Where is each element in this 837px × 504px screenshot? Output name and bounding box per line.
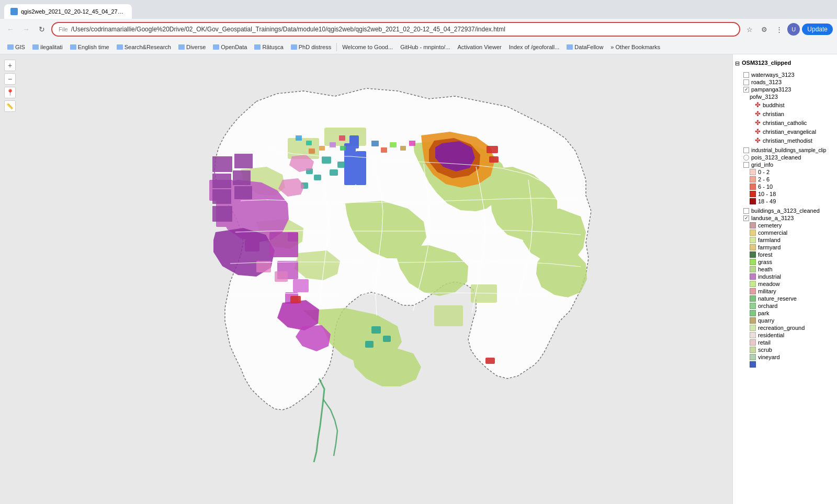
svg-rect-24 [349,135,359,148]
bookmark-english-time[interactable]: English time [67,43,112,51]
svg-rect-46 [339,135,345,141]
christian-methodist-icon: ✤ [755,136,761,144]
svg-rect-14 [233,170,251,185]
map-area[interactable]: + − 📍 📏 [0,54,732,504]
christian-evangelical-icon: ✤ [755,128,761,135]
bookmark-welcome[interactable]: Welcome to Good... [339,43,396,51]
legend-item-commercial: commercial [735,229,835,236]
roads-checkbox[interactable] [743,79,749,85]
retail-swatch [750,339,756,346]
grid-label: grid_info [751,162,773,168]
active-tab[interactable]: qgis2web_2021_02_20-12_45_04_272937 [4,4,132,19]
update-button[interactable]: Update [802,24,833,35]
forest-label: forest [758,251,773,258]
bookmark-activation[interactable]: Activation Viewer [455,43,505,51]
svg-rect-22 [344,143,356,185]
waterways-label: waterways_3123 [751,72,795,78]
bookmark-github[interactable]: GitHub - mnpinto/... [397,43,453,51]
bookmark-diverse[interactable]: Diverse [175,43,209,51]
svg-rect-39 [275,271,288,282]
reload-button[interactable]: ↻ [36,23,48,36]
bookmark-ratusca[interactable]: Rătușca [251,43,286,51]
back-button[interactable]: ← [4,23,17,36]
legend-item-military: military [735,288,835,295]
grid-18-49-swatch [750,198,756,204]
bookmark-other[interactable]: » Other Bookmarks [607,43,663,51]
pois-checkbox[interactable] [743,155,749,161]
address-file-label: File [59,26,68,32]
bookmark-activation-label: Activation Viewer [458,44,502,50]
legend-item-farmyard: farmyard [735,244,835,251]
legend-item-recreation: recreation_ground [735,324,835,331]
svg-rect-42 [309,148,315,154]
user-avatar[interactable]: U [787,23,800,36]
extensions-icon[interactable]: ⚙ [758,23,771,36]
landuse-checkbox[interactable] [743,215,749,221]
grass-label: grass [758,259,772,265]
legend-header: ⊟ OSM3123_clipped [735,56,835,71]
address-bar[interactable]: File /Users/codrinamariallie/Google%20Dr… [51,22,740,37]
legend-item-christian: ✤ christian [735,109,835,118]
browser-window: qgis2web_2021_02_20-12_45_04_272937 ← → … [0,0,837,54]
legend-item-christian-methodist: ✤ christian_methodist [735,136,835,145]
legend-item-pofw: pofw_3123 [735,93,835,100]
bookmark-phd-label: PhD distress [299,44,331,50]
legend-item-christian-catholic: ✤ christian_catholic [735,118,835,127]
svg-rect-33 [365,341,374,348]
military-label: military [758,288,776,294]
grass-swatch [750,259,756,265]
bookmark-star-icon[interactable]: ☆ [743,23,756,36]
tab-title: qgis2web_2021_02_20-12_45_04_272937 [21,8,126,15]
industrial-buildings-checkbox[interactable] [743,147,749,153]
grid-checkbox[interactable] [743,162,749,168]
forward-button[interactable]: → [20,23,32,36]
svg-rect-15 [212,189,231,204]
svg-rect-44 [330,142,336,147]
svg-rect-26 [337,162,345,168]
landuse-label: landuse_a_3123 [751,215,794,221]
christian-evangelical-label: christian_evangelical [763,129,816,135]
bookmark-ratusca-label: Rătușca [262,44,283,50]
bookmark-folder-icon [32,44,39,50]
bookmark-opendata[interactable]: OpenData [210,43,250,51]
grid-0-2-swatch [750,169,756,175]
svg-rect-34 [487,146,498,153]
legend-item-nature-reserve: nature_reserve [735,295,835,302]
chrome-menu-icon[interactable]: ⋮ [773,23,785,36]
grid-0-2-label: 0 - 2 [758,169,770,175]
park-label: park [758,310,769,316]
legend-item-quarry: quarry [735,317,835,324]
buildings-checkbox[interactable] [743,208,749,214]
waterways-checkbox[interactable] [743,72,749,78]
bookmark-datafellow[interactable]: DataFellow [563,43,606,51]
farmland-swatch [750,237,756,243]
bookmark-folder-icon [213,44,219,50]
legend-item-landuse: landuse_a_3123 [735,214,835,222]
bookmark-geoforall[interactable]: Index of /geoforall... [506,43,563,51]
legend-collapse-icon[interactable]: ⊟ [735,60,740,67]
bookmark-search-research[interactable]: Search&Research [114,43,174,51]
address-text: /Users/codrinamariallie/Google%20Drive/0… [71,26,733,33]
grid-2-6-label: 2 - 6 [758,176,770,182]
christian-catholic-icon: ✤ [755,119,761,127]
heath-swatch [750,266,756,272]
pampanga-checkbox[interactable] [743,87,749,93]
orchard-label: orchard [758,303,777,309]
bookmark-other-label: » Other Bookmarks [610,44,660,50]
forest-swatch [750,251,756,258]
svg-rect-23 [356,151,366,185]
bookmark-folder-icon [178,44,185,50]
svg-rect-27 [330,169,338,176]
svg-rect-8 [267,211,280,222]
bookmark-phd[interactable]: PhD distress [288,43,334,51]
residential-swatch [750,332,756,338]
christian-methodist-label: christian_methodist [763,138,812,144]
bookmark-gis[interactable]: GIS [4,43,28,51]
christian-catholic-label: christian_catholic [763,120,807,126]
legend-item-residential: residential [735,331,835,339]
legend-item-pois: pois_3123_cleaned [735,154,835,161]
quarry-label: quarry [758,317,774,324]
grid-10-18-swatch [750,191,756,197]
map-container: + − 📍 📏 [0,54,732,504]
bookmark-ilegalitati[interactable]: ilegalitati [29,43,66,51]
